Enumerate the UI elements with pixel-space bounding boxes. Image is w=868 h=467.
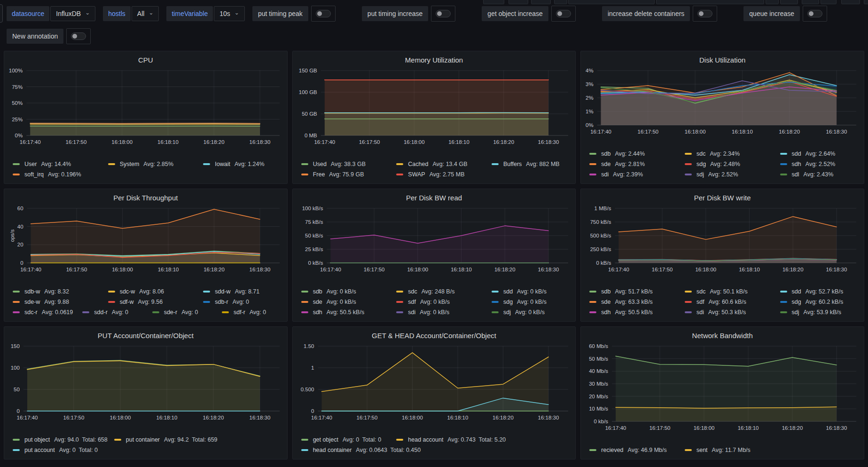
- toggle-switch-get-object-increase[interactable]: [551, 6, 576, 22]
- legend-series-label[interactable]: soft_irq: [24, 171, 44, 178]
- top-edge-partial-button[interactable]: [656, 0, 764, 4]
- toggle-label-put-timing-increase[interactable]: put timing increase: [362, 6, 429, 21]
- legend-series-label[interactable]: sdi: [696, 309, 704, 316]
- legend-series-label[interactable]: System: [120, 161, 140, 167]
- legend-series-label[interactable]: Used: [313, 161, 327, 167]
- legend-series-label[interactable]: sde: [601, 299, 610, 305]
- legend-series-label[interactable]: sdj: [792, 309, 799, 316]
- legend-series-label[interactable]: sde-r: [164, 309, 177, 316]
- legend-series-label[interactable]: sdg: [792, 299, 801, 305]
- legend-series-label[interactable]: Free: [313, 171, 325, 178]
- top-edge-partial-button[interactable]: [841, 0, 860, 4]
- chart-canvas[interactable]: 0 kB/s250 kB/s500 kB/s750 kB/s1 MB/s16:1…: [586, 205, 859, 275]
- top-edge-partial-button[interactable]: [766, 0, 779, 4]
- legend-series-label[interactable]: recieved: [601, 447, 623, 453]
- toggle-label-increase-delete-containers[interactable]: increase delete containers: [602, 6, 690, 21]
- chart-canvas[interactable]: 0%25%50%75%100%16:17:4016:17:5016:18:001…: [9, 67, 282, 148]
- legend-series-label[interactable]: sdh: [313, 309, 322, 316]
- legend-series-label[interactable]: get object: [313, 436, 338, 443]
- legend-series-label[interactable]: sdd-w: [215, 288, 230, 295]
- legend-series-label[interactable]: sdb-w: [24, 288, 40, 295]
- legend-series-label[interactable]: sde-w: [24, 299, 40, 305]
- panel-title[interactable]: Memory Utilization: [297, 54, 571, 65]
- legend-series-label[interactable]: sdc: [408, 288, 417, 295]
- chart-canvas[interactable]: 0 MB50 GB100 GB150 GB16:17:4016:17:5016:…: [297, 67, 571, 148]
- chart-canvas[interactable]: 0 kB/s25 kB/s50 kB/s75 kB/s100 kB/s16:17…: [297, 205, 571, 275]
- panel-title[interactable]: GET & HEAD Account/Container/Object: [297, 330, 571, 340]
- top-edge-partial-button[interactable]: [821, 0, 837, 4]
- legend-series-label[interactable]: Iowait: [215, 161, 230, 167]
- toggle-switch-increase-delete-containers[interactable]: [693, 6, 717, 22]
- chart-canvas[interactable]: 0 kb/s10 Mb/s20 Mb/s30 Mb/s40 Mb/s50 Mb/…: [586, 342, 859, 434]
- new-annotation-toggle[interactable]: [66, 28, 91, 44]
- new-annotation-label[interactable]: New annotation: [7, 29, 63, 44]
- panel-title[interactable]: CPU: [9, 54, 282, 65]
- legend-series-label[interactable]: SWAP: [408, 171, 425, 178]
- toggle-label-queue-increase[interactable]: queue increase: [743, 6, 800, 21]
- legend-series-label[interactable]: sdc: [696, 150, 705, 157]
- panel-title[interactable]: Per Disk BW read: [297, 192, 571, 203]
- legend-series-label[interactable]: sdb: [313, 288, 322, 295]
- legend-series-label[interactable]: head container: [313, 447, 352, 453]
- legend-series-label[interactable]: sdc-w: [120, 288, 135, 295]
- legend-series-label[interactable]: sdd: [792, 150, 801, 157]
- legend-series-label[interactable]: sdg: [696, 161, 706, 167]
- legend-series-label[interactable]: sdh: [792, 161, 801, 167]
- panel-title[interactable]: Per Disk Throughput: [9, 192, 282, 203]
- legend-series-label[interactable]: put object: [24, 436, 50, 443]
- top-edge-partial-button[interactable]: [554, 0, 567, 4]
- legend-series-label[interactable]: sdi: [601, 171, 609, 178]
- top-edge-partial-button[interactable]: [508, 0, 528, 4]
- chart-canvas[interactable]: 0204060ops/s16:17:4016:17:5016:18:0016:1…: [9, 205, 282, 275]
- legend-series-label[interactable]: sdl: [792, 171, 799, 178]
- variable-value-datasource[interactable]: InfluxDB ⌄: [50, 6, 95, 21]
- legend-series-label[interactable]: sdi: [408, 309, 415, 316]
- legend-series-label[interactable]: sdc: [696, 288, 705, 295]
- legend-series-label[interactable]: sdf-w: [120, 299, 134, 305]
- chart-canvas[interactable]: 00.50011.5016:17:4016:17:5016:18:0016:18…: [297, 342, 571, 423]
- top-edge-partial-button[interactable]: [568, 0, 655, 4]
- legend-series-label[interactable]: sdb: [601, 288, 610, 295]
- top-edge-partial-button[interactable]: [780, 0, 798, 4]
- toggle-switch-put-timing-peak[interactable]: [311, 6, 336, 22]
- legend-series-label[interactable]: sde: [601, 161, 610, 167]
- panel-title[interactable]: Per Disk BW write: [586, 192, 859, 203]
- legend-series-label[interactable]: sent: [696, 447, 708, 453]
- legend-series-label[interactable]: sdf-r: [234, 309, 245, 316]
- top-edge-partial-button[interactable]: [531, 0, 551, 4]
- legend-series-label[interactable]: Buffers: [503, 161, 522, 167]
- legend-series-label[interactable]: Cached: [408, 161, 428, 167]
- legend-series-label[interactable]: sdj: [503, 309, 511, 316]
- legend-series-label[interactable]: sdd: [792, 288, 801, 295]
- chart-canvas[interactable]: 05010015016:17:4016:17:5016:18:0016:18:1…: [9, 342, 282, 423]
- legend-series-label[interactable]: put account: [24, 447, 55, 453]
- top-edge-partial-button[interactable]: [802, 0, 819, 4]
- legend-series-label[interactable]: sdc-r: [24, 309, 38, 316]
- panel-title[interactable]: Disk Utilization: [586, 54, 859, 65]
- legend-series-label[interactable]: User: [24, 161, 37, 167]
- panel-title[interactable]: Network Bandwidth: [586, 330, 859, 340]
- legend-series-label[interactable]: sdd-r: [94, 309, 107, 316]
- toggle-switch-queue-increase[interactable]: [803, 6, 827, 22]
- legend-series-label[interactable]: sdf: [696, 299, 704, 305]
- legend-series-label[interactable]: sdj: [696, 171, 704, 178]
- left-edge-partial-button[interactable]: [0, 4, 3, 23]
- variable-value-hostls[interactable]: All ⌄: [132, 6, 159, 21]
- legend-series-label[interactable]: sde: [313, 299, 322, 305]
- legend-series-label[interactable]: sdb-r: [215, 299, 228, 305]
- legend-series-label[interactable]: sdb: [601, 150, 610, 157]
- legend-series-label[interactable]: put container: [126, 436, 160, 443]
- panel-title[interactable]: PUT Account/Container/Object: [9, 330, 282, 340]
- chart-canvas[interactable]: 0%1%2%3%4%16:17:4016:17:5016:18:0016:18:…: [586, 67, 859, 137]
- legend-series-label[interactable]: head account: [408, 436, 443, 443]
- legend-series-label[interactable]: sdh: [601, 309, 610, 316]
- toggle-switch-put-timing-increase[interactable]: [431, 6, 455, 22]
- legend-series-label[interactable]: sdg: [503, 299, 513, 305]
- top-edge-partial-button[interactable]: [483, 0, 504, 4]
- toggle-label-get-object-increase[interactable]: get object increase: [482, 6, 548, 21]
- variable-value-timeVariable[interactable]: 10s ⌄: [214, 6, 245, 21]
- legend-series-label[interactable]: sdd: [503, 288, 513, 295]
- top-edge-partial-button[interactable]: [864, 0, 868, 4]
- toggle-label-put-timing-peak[interactable]: put timing peak: [252, 6, 308, 21]
- legend-series-label[interactable]: sdf: [408, 299, 416, 305]
